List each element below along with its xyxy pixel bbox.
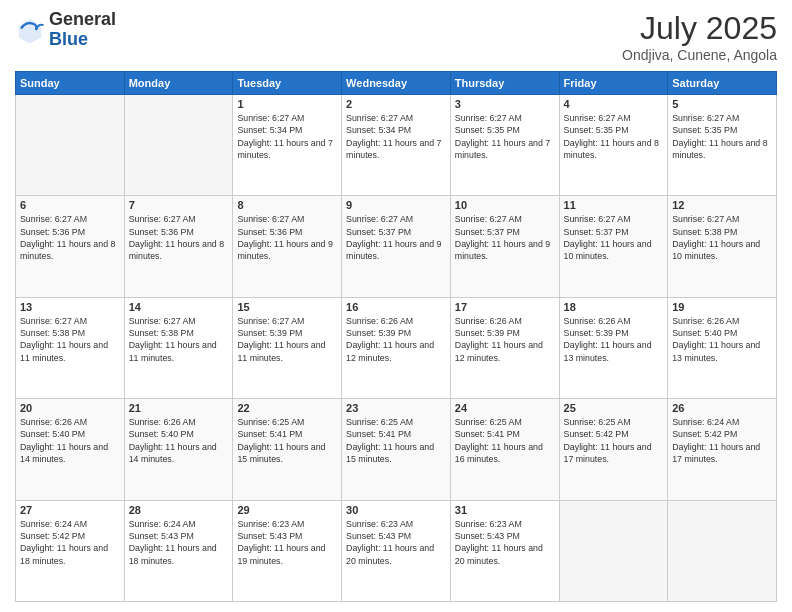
day-cell-17: 17Sunrise: 6:26 AM Sunset: 5:39 PM Dayli… xyxy=(450,297,559,398)
day-number: 15 xyxy=(237,301,337,313)
weekday-header-monday: Monday xyxy=(124,72,233,95)
day-number: 29 xyxy=(237,504,337,516)
weekday-header-tuesday: Tuesday xyxy=(233,72,342,95)
day-cell-8: 8Sunrise: 6:27 AM Sunset: 5:36 PM Daylig… xyxy=(233,196,342,297)
weekday-header-sunday: Sunday xyxy=(16,72,125,95)
day-cell-20: 20Sunrise: 6:26 AM Sunset: 5:40 PM Dayli… xyxy=(16,399,125,500)
empty-cell xyxy=(16,95,125,196)
day-number: 3 xyxy=(455,98,555,110)
day-info: Sunrise: 6:27 AM Sunset: 5:35 PM Dayligh… xyxy=(564,112,664,161)
day-info: Sunrise: 6:27 AM Sunset: 5:36 PM Dayligh… xyxy=(129,213,229,262)
calendar-table: SundayMondayTuesdayWednesdayThursdayFrid… xyxy=(15,71,777,602)
day-info: Sunrise: 6:23 AM Sunset: 5:43 PM Dayligh… xyxy=(237,518,337,567)
day-info: Sunrise: 6:26 AM Sunset: 5:40 PM Dayligh… xyxy=(20,416,120,465)
day-number: 22 xyxy=(237,402,337,414)
day-cell-28: 28Sunrise: 6:24 AM Sunset: 5:43 PM Dayli… xyxy=(124,500,233,601)
day-number: 27 xyxy=(20,504,120,516)
day-info: Sunrise: 6:26 AM Sunset: 5:39 PM Dayligh… xyxy=(455,315,555,364)
day-cell-11: 11Sunrise: 6:27 AM Sunset: 5:37 PM Dayli… xyxy=(559,196,668,297)
day-cell-26: 26Sunrise: 6:24 AM Sunset: 5:42 PM Dayli… xyxy=(668,399,777,500)
day-cell-6: 6Sunrise: 6:27 AM Sunset: 5:36 PM Daylig… xyxy=(16,196,125,297)
day-number: 25 xyxy=(564,402,664,414)
day-number: 9 xyxy=(346,199,446,211)
day-info: Sunrise: 6:26 AM Sunset: 5:39 PM Dayligh… xyxy=(564,315,664,364)
weekday-header-wednesday: Wednesday xyxy=(342,72,451,95)
day-number: 7 xyxy=(129,199,229,211)
empty-cell xyxy=(124,95,233,196)
day-cell-4: 4Sunrise: 6:27 AM Sunset: 5:35 PM Daylig… xyxy=(559,95,668,196)
day-cell-19: 19Sunrise: 6:26 AM Sunset: 5:40 PM Dayli… xyxy=(668,297,777,398)
day-number: 1 xyxy=(237,98,337,110)
day-number: 26 xyxy=(672,402,772,414)
day-info: Sunrise: 6:27 AM Sunset: 5:36 PM Dayligh… xyxy=(237,213,337,262)
day-info: Sunrise: 6:26 AM Sunset: 5:40 PM Dayligh… xyxy=(129,416,229,465)
logo: General Blue xyxy=(15,10,116,50)
weekday-header-row: SundayMondayTuesdayWednesdayThursdayFrid… xyxy=(16,72,777,95)
logo-text: General Blue xyxy=(49,10,116,50)
day-cell-30: 30Sunrise: 6:23 AM Sunset: 5:43 PM Dayli… xyxy=(342,500,451,601)
weekday-header-friday: Friday xyxy=(559,72,668,95)
day-cell-16: 16Sunrise: 6:26 AM Sunset: 5:39 PM Dayli… xyxy=(342,297,451,398)
day-info: Sunrise: 6:27 AM Sunset: 5:39 PM Dayligh… xyxy=(237,315,337,364)
day-info: Sunrise: 6:27 AM Sunset: 5:38 PM Dayligh… xyxy=(129,315,229,364)
day-info: Sunrise: 6:25 AM Sunset: 5:42 PM Dayligh… xyxy=(564,416,664,465)
day-number: 20 xyxy=(20,402,120,414)
day-number: 18 xyxy=(564,301,664,313)
day-number: 6 xyxy=(20,199,120,211)
week-row-5: 27Sunrise: 6:24 AM Sunset: 5:42 PM Dayli… xyxy=(16,500,777,601)
day-number: 21 xyxy=(129,402,229,414)
month-title: July 2025 xyxy=(622,10,777,47)
day-info: Sunrise: 6:27 AM Sunset: 5:37 PM Dayligh… xyxy=(564,213,664,262)
day-info: Sunrise: 6:27 AM Sunset: 5:37 PM Dayligh… xyxy=(346,213,446,262)
day-cell-12: 12Sunrise: 6:27 AM Sunset: 5:38 PM Dayli… xyxy=(668,196,777,297)
day-cell-31: 31Sunrise: 6:23 AM Sunset: 5:43 PM Dayli… xyxy=(450,500,559,601)
day-cell-9: 9Sunrise: 6:27 AM Sunset: 5:37 PM Daylig… xyxy=(342,196,451,297)
empty-cell xyxy=(559,500,668,601)
day-info: Sunrise: 6:25 AM Sunset: 5:41 PM Dayligh… xyxy=(237,416,337,465)
day-number: 23 xyxy=(346,402,446,414)
day-cell-24: 24Sunrise: 6:25 AM Sunset: 5:41 PM Dayli… xyxy=(450,399,559,500)
empty-cell xyxy=(668,500,777,601)
day-info: Sunrise: 6:25 AM Sunset: 5:41 PM Dayligh… xyxy=(346,416,446,465)
day-cell-23: 23Sunrise: 6:25 AM Sunset: 5:41 PM Dayli… xyxy=(342,399,451,500)
day-cell-25: 25Sunrise: 6:25 AM Sunset: 5:42 PM Dayli… xyxy=(559,399,668,500)
day-info: Sunrise: 6:25 AM Sunset: 5:41 PM Dayligh… xyxy=(455,416,555,465)
week-row-4: 20Sunrise: 6:26 AM Sunset: 5:40 PM Dayli… xyxy=(16,399,777,500)
day-cell-18: 18Sunrise: 6:26 AM Sunset: 5:39 PM Dayli… xyxy=(559,297,668,398)
day-number: 13 xyxy=(20,301,120,313)
day-info: Sunrise: 6:27 AM Sunset: 5:38 PM Dayligh… xyxy=(672,213,772,262)
day-number: 4 xyxy=(564,98,664,110)
day-info: Sunrise: 6:27 AM Sunset: 5:36 PM Dayligh… xyxy=(20,213,120,262)
day-info: Sunrise: 6:27 AM Sunset: 5:38 PM Dayligh… xyxy=(20,315,120,364)
day-number: 30 xyxy=(346,504,446,516)
day-info: Sunrise: 6:26 AM Sunset: 5:40 PM Dayligh… xyxy=(672,315,772,364)
day-cell-13: 13Sunrise: 6:27 AM Sunset: 5:38 PM Dayli… xyxy=(16,297,125,398)
day-number: 19 xyxy=(672,301,772,313)
title-block: July 2025 Ondjiva, Cunene, Angola xyxy=(622,10,777,63)
day-number: 5 xyxy=(672,98,772,110)
day-info: Sunrise: 6:27 AM Sunset: 5:34 PM Dayligh… xyxy=(346,112,446,161)
day-info: Sunrise: 6:26 AM Sunset: 5:39 PM Dayligh… xyxy=(346,315,446,364)
day-cell-14: 14Sunrise: 6:27 AM Sunset: 5:38 PM Dayli… xyxy=(124,297,233,398)
day-cell-3: 3Sunrise: 6:27 AM Sunset: 5:35 PM Daylig… xyxy=(450,95,559,196)
day-cell-1: 1Sunrise: 6:27 AM Sunset: 5:34 PM Daylig… xyxy=(233,95,342,196)
location: Ondjiva, Cunene, Angola xyxy=(622,47,777,63)
day-info: Sunrise: 6:27 AM Sunset: 5:35 PM Dayligh… xyxy=(672,112,772,161)
day-info: Sunrise: 6:27 AM Sunset: 5:37 PM Dayligh… xyxy=(455,213,555,262)
day-cell-5: 5Sunrise: 6:27 AM Sunset: 5:35 PM Daylig… xyxy=(668,95,777,196)
day-number: 14 xyxy=(129,301,229,313)
day-info: Sunrise: 6:24 AM Sunset: 5:42 PM Dayligh… xyxy=(20,518,120,567)
day-number: 28 xyxy=(129,504,229,516)
week-row-2: 6Sunrise: 6:27 AM Sunset: 5:36 PM Daylig… xyxy=(16,196,777,297)
weekday-header-saturday: Saturday xyxy=(668,72,777,95)
day-number: 8 xyxy=(237,199,337,211)
day-info: Sunrise: 6:24 AM Sunset: 5:43 PM Dayligh… xyxy=(129,518,229,567)
day-info: Sunrise: 6:23 AM Sunset: 5:43 PM Dayligh… xyxy=(346,518,446,567)
day-cell-22: 22Sunrise: 6:25 AM Sunset: 5:41 PM Dayli… xyxy=(233,399,342,500)
day-info: Sunrise: 6:27 AM Sunset: 5:34 PM Dayligh… xyxy=(237,112,337,161)
day-cell-27: 27Sunrise: 6:24 AM Sunset: 5:42 PM Dayli… xyxy=(16,500,125,601)
day-number: 24 xyxy=(455,402,555,414)
day-cell-29: 29Sunrise: 6:23 AM Sunset: 5:43 PM Dayli… xyxy=(233,500,342,601)
weekday-header-thursday: Thursday xyxy=(450,72,559,95)
day-number: 17 xyxy=(455,301,555,313)
